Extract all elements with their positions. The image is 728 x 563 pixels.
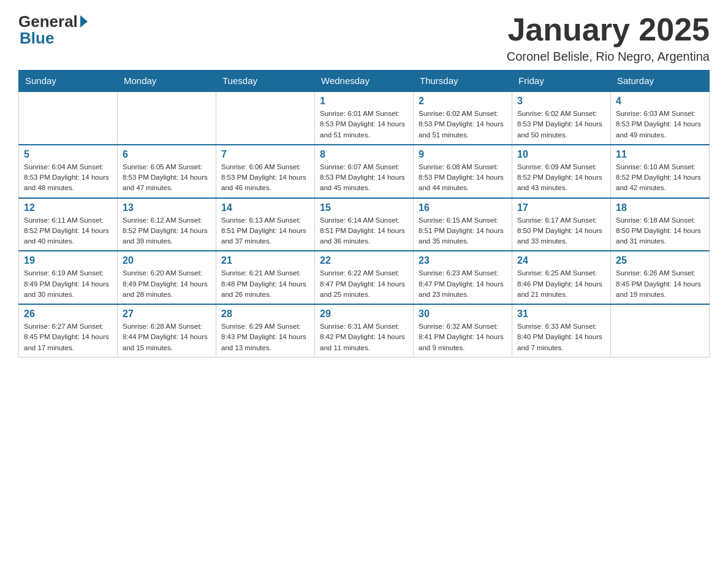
calendar-day-cell: 28Sunrise: 6:29 AM Sunset: 8:43 PM Dayli… bbox=[216, 304, 315, 357]
day-number: 23 bbox=[419, 255, 507, 266]
day-info-text: Sunrise: 6:12 AM Sunset: 8:52 PM Dayligh… bbox=[123, 215, 211, 247]
day-info-text: Sunrise: 6:04 AM Sunset: 8:53 PM Dayligh… bbox=[24, 162, 112, 194]
calendar-day-cell: 30Sunrise: 6:32 AM Sunset: 8:41 PM Dayli… bbox=[414, 304, 512, 357]
day-info-text: Sunrise: 6:13 AM Sunset: 8:51 PM Dayligh… bbox=[221, 215, 309, 247]
calendar-day-cell: 31Sunrise: 6:33 AM Sunset: 8:40 PM Dayli… bbox=[512, 304, 611, 357]
logo-blue-text: Blue bbox=[20, 29, 54, 48]
calendar-week-row: 12Sunrise: 6:11 AM Sunset: 8:52 PM Dayli… bbox=[19, 198, 710, 251]
day-info-text: Sunrise: 6:08 AM Sunset: 8:53 PM Dayligh… bbox=[419, 162, 507, 194]
day-info-text: Sunrise: 6:29 AM Sunset: 8:43 PM Dayligh… bbox=[221, 321, 309, 353]
calendar-day-cell: 25Sunrise: 6:26 AM Sunset: 8:45 PM Dayli… bbox=[611, 251, 710, 304]
day-number: 30 bbox=[419, 308, 507, 320]
logo-triangle-icon bbox=[80, 15, 88, 28]
calendar-table: SundayMondayTuesdayWednesdayThursdayFrid… bbox=[18, 70, 710, 358]
calendar-day-cell: 8Sunrise: 6:07 AM Sunset: 8:53 PM Daylig… bbox=[315, 145, 414, 198]
day-number: 25 bbox=[616, 255, 704, 266]
day-of-week-header: Sunday bbox=[19, 71, 118, 92]
calendar-day-cell: 5Sunrise: 6:04 AM Sunset: 8:53 PM Daylig… bbox=[19, 145, 118, 198]
calendar-header-row: SundayMondayTuesdayWednesdayThursdayFrid… bbox=[19, 71, 710, 92]
day-number: 12 bbox=[24, 202, 112, 213]
calendar-day-cell: 20Sunrise: 6:20 AM Sunset: 8:49 PM Dayli… bbox=[118, 251, 216, 304]
calendar-day-cell: 15Sunrise: 6:14 AM Sunset: 8:51 PM Dayli… bbox=[315, 198, 414, 251]
day-info-text: Sunrise: 6:18 AM Sunset: 8:50 PM Dayligh… bbox=[616, 215, 704, 247]
month-title: January 2025 bbox=[507, 12, 710, 47]
calendar-day-cell: 9Sunrise: 6:08 AM Sunset: 8:53 PM Daylig… bbox=[414, 145, 512, 198]
day-number: 3 bbox=[517, 96, 605, 107]
calendar-day-cell bbox=[118, 91, 216, 145]
calendar-day-cell: 14Sunrise: 6:13 AM Sunset: 8:51 PM Dayli… bbox=[216, 198, 315, 251]
day-info-text: Sunrise: 6:31 AM Sunset: 8:42 PM Dayligh… bbox=[320, 321, 408, 353]
calendar-day-cell: 10Sunrise: 6:09 AM Sunset: 8:52 PM Dayli… bbox=[512, 145, 611, 198]
day-number: 9 bbox=[419, 149, 507, 160]
day-of-week-header: Saturday bbox=[611, 71, 710, 92]
day-number: 29 bbox=[320, 308, 408, 320]
day-info-text: Sunrise: 6:01 AM Sunset: 8:53 PM Dayligh… bbox=[320, 109, 408, 140]
day-number: 14 bbox=[221, 202, 309, 213]
day-number: 5 bbox=[24, 149, 112, 160]
day-number: 17 bbox=[517, 202, 605, 213]
day-info-text: Sunrise: 6:11 AM Sunset: 8:52 PM Dayligh… bbox=[24, 215, 112, 247]
day-number: 15 bbox=[320, 202, 408, 213]
calendar-day-cell: 11Sunrise: 6:10 AM Sunset: 8:52 PM Dayli… bbox=[611, 145, 710, 198]
day-info-text: Sunrise: 6:06 AM Sunset: 8:53 PM Dayligh… bbox=[221, 162, 309, 194]
day-number: 10 bbox=[517, 149, 605, 160]
calendar-day-cell: 21Sunrise: 6:21 AM Sunset: 8:48 PM Dayli… bbox=[216, 251, 315, 304]
calendar-day-cell: 18Sunrise: 6:18 AM Sunset: 8:50 PM Dayli… bbox=[611, 198, 710, 251]
day-number: 8 bbox=[320, 149, 408, 160]
calendar-day-cell: 12Sunrise: 6:11 AM Sunset: 8:52 PM Dayli… bbox=[19, 198, 118, 251]
day-of-week-header: Monday bbox=[118, 71, 216, 92]
calendar-day-cell: 17Sunrise: 6:17 AM Sunset: 8:50 PM Dayli… bbox=[512, 198, 611, 251]
day-number: 18 bbox=[616, 202, 704, 213]
day-number: 7 bbox=[221, 149, 309, 160]
location-subtitle: Coronel Belisle, Rio Negro, Argentina bbox=[507, 50, 710, 64]
day-info-text: Sunrise: 6:07 AM Sunset: 8:53 PM Dayligh… bbox=[320, 162, 408, 194]
calendar-day-cell: 2Sunrise: 6:02 AM Sunset: 8:53 PM Daylig… bbox=[414, 91, 512, 145]
day-info-text: Sunrise: 6:02 AM Sunset: 8:53 PM Dayligh… bbox=[517, 109, 605, 140]
day-number: 22 bbox=[320, 255, 408, 266]
day-number: 11 bbox=[616, 149, 704, 160]
calendar-day-cell: 13Sunrise: 6:12 AM Sunset: 8:52 PM Dayli… bbox=[118, 198, 216, 251]
calendar-day-cell: 24Sunrise: 6:25 AM Sunset: 8:46 PM Dayli… bbox=[512, 251, 611, 304]
calendar-day-cell: 16Sunrise: 6:15 AM Sunset: 8:51 PM Dayli… bbox=[414, 198, 512, 251]
day-info-text: Sunrise: 6:03 AM Sunset: 8:53 PM Dayligh… bbox=[616, 109, 704, 140]
day-number: 13 bbox=[123, 202, 211, 213]
day-number: 2 bbox=[419, 96, 507, 107]
day-info-text: Sunrise: 6:17 AM Sunset: 8:50 PM Dayligh… bbox=[517, 215, 605, 247]
calendar-day-cell: 4Sunrise: 6:03 AM Sunset: 8:53 PM Daylig… bbox=[611, 91, 710, 145]
day-number: 19 bbox=[24, 255, 112, 266]
day-number: 26 bbox=[24, 308, 112, 320]
calendar-day-cell bbox=[611, 304, 710, 357]
day-info-text: Sunrise: 6:26 AM Sunset: 8:45 PM Dayligh… bbox=[616, 268, 704, 300]
day-info-text: Sunrise: 6:25 AM Sunset: 8:46 PM Dayligh… bbox=[517, 268, 605, 300]
calendar-day-cell: 3Sunrise: 6:02 AM Sunset: 8:53 PM Daylig… bbox=[512, 91, 611, 145]
calendar-day-cell bbox=[216, 91, 315, 145]
day-number: 31 bbox=[517, 308, 605, 320]
day-info-text: Sunrise: 6:33 AM Sunset: 8:40 PM Dayligh… bbox=[517, 321, 605, 353]
day-info-text: Sunrise: 6:14 AM Sunset: 8:51 PM Dayligh… bbox=[320, 215, 408, 247]
day-info-text: Sunrise: 6:22 AM Sunset: 8:47 PM Dayligh… bbox=[320, 268, 408, 300]
day-number: 6 bbox=[123, 149, 211, 160]
calendar-day-cell: 7Sunrise: 6:06 AM Sunset: 8:53 PM Daylig… bbox=[216, 145, 315, 198]
day-info-text: Sunrise: 6:10 AM Sunset: 8:52 PM Dayligh… bbox=[616, 162, 704, 194]
calendar-day-cell: 1Sunrise: 6:01 AM Sunset: 8:53 PM Daylig… bbox=[315, 91, 414, 145]
day-number: 4 bbox=[616, 96, 704, 107]
calendar-week-row: 1Sunrise: 6:01 AM Sunset: 8:53 PM Daylig… bbox=[19, 91, 710, 145]
calendar-day-cell: 23Sunrise: 6:23 AM Sunset: 8:47 PM Dayli… bbox=[414, 251, 512, 304]
logo: General Blue bbox=[18, 12, 88, 48]
day-number: 1 bbox=[320, 96, 408, 107]
calendar-day-cell: 22Sunrise: 6:22 AM Sunset: 8:47 PM Dayli… bbox=[315, 251, 414, 304]
day-info-text: Sunrise: 6:15 AM Sunset: 8:51 PM Dayligh… bbox=[419, 215, 507, 247]
day-info-text: Sunrise: 6:20 AM Sunset: 8:49 PM Dayligh… bbox=[123, 268, 211, 300]
day-info-text: Sunrise: 6:09 AM Sunset: 8:52 PM Dayligh… bbox=[517, 162, 605, 194]
day-of-week-header: Friday bbox=[512, 71, 611, 92]
title-area: January 2025 Coronel Belisle, Rio Negro,… bbox=[507, 12, 710, 64]
day-of-week-header: Thursday bbox=[414, 71, 512, 92]
page-header: General Blue January 2025 Coronel Belisl… bbox=[18, 12, 710, 64]
calendar-day-cell: 27Sunrise: 6:28 AM Sunset: 8:44 PM Dayli… bbox=[118, 304, 216, 357]
day-number: 27 bbox=[123, 308, 211, 320]
day-number: 20 bbox=[123, 255, 211, 266]
day-of-week-header: Tuesday bbox=[216, 71, 315, 92]
day-number: 16 bbox=[419, 202, 507, 213]
day-info-text: Sunrise: 6:19 AM Sunset: 8:49 PM Dayligh… bbox=[24, 268, 112, 300]
calendar-day-cell bbox=[19, 91, 118, 145]
